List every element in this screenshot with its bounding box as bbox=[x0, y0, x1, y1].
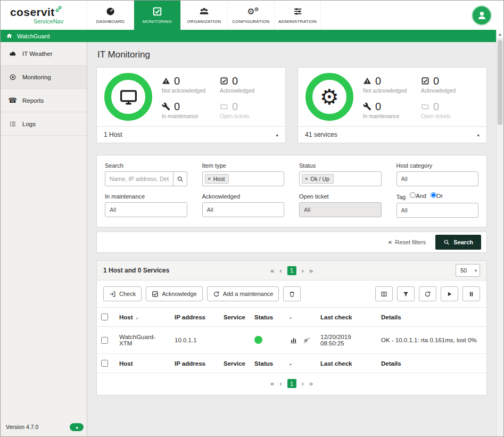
phone-icon: ☎ bbox=[9, 97, 16, 104]
columns-icon bbox=[381, 291, 387, 298]
tag-and-radio[interactable] bbox=[410, 192, 416, 198]
pagination-first[interactable]: « bbox=[270, 267, 274, 275]
chart-icon[interactable] bbox=[290, 336, 298, 344]
pagination-page-1[interactable]: 1 bbox=[287, 379, 296, 388]
play-button[interactable] bbox=[441, 286, 458, 301]
page-size-select[interactable]: 50 ▾ bbox=[456, 264, 480, 277]
column-details[interactable]: Details bbox=[377, 354, 486, 373]
nav-organization[interactable]: ORGANIZATION bbox=[180, 1, 227, 30]
add-maintenance-button[interactable]: Add a maintenance bbox=[207, 286, 279, 301]
wrench-icon bbox=[363, 102, 371, 111]
column-status[interactable]: Status bbox=[250, 308, 285, 327]
stat-open-tickets: 0 Open tickets bbox=[220, 101, 278, 119]
row-checkbox[interactable] bbox=[101, 337, 108, 344]
table-footer-header-row: Host IP address Service Status - Last ch… bbox=[97, 354, 486, 373]
host-cell[interactable]: WatchGuard-XTM bbox=[115, 327, 170, 354]
filter-search: Search bbox=[105, 162, 187, 186]
check-button[interactable]: Check bbox=[103, 286, 142, 301]
user-avatar-button[interactable] bbox=[472, 5, 492, 26]
host-category-input[interactable] bbox=[396, 171, 479, 186]
column-service[interactable]: Service bbox=[219, 308, 250, 327]
refresh-button[interactable] bbox=[419, 286, 436, 301]
stat-value: 0 bbox=[174, 75, 180, 87]
scroll-up-arrow[interactable]: ▲ bbox=[497, 30, 503, 39]
sidebar-item-it-weather[interactable]: IT Weather bbox=[1, 42, 87, 65]
pagination-prev[interactable]: ‹ bbox=[279, 380, 282, 387]
filter-actions-bar: ✕ Reset filters Search bbox=[96, 232, 487, 253]
chip-remove-icon[interactable]: × bbox=[208, 176, 211, 182]
tag-label: Tag bbox=[396, 194, 406, 200]
column-status[interactable]: Status bbox=[250, 354, 285, 373]
check-square-icon bbox=[220, 77, 228, 85]
item-type-input[interactable]: × Host bbox=[202, 171, 285, 186]
nav-dashboard[interactable]: DASHBOARD bbox=[87, 1, 134, 30]
brand-name: coservit bbox=[10, 6, 55, 19]
sidebar-collapse-button[interactable]: ◂ bbox=[70, 423, 84, 431]
pagination-last[interactable]: » bbox=[309, 267, 313, 275]
acknowledge-button[interactable]: Acknowledge bbox=[146, 286, 202, 301]
tag-input[interactable] bbox=[396, 203, 479, 218]
acknowledged-input[interactable] bbox=[202, 202, 285, 217]
host-category-label: Host category bbox=[396, 162, 479, 169]
hosts-card-footer[interactable]: 1 Host ▴ bbox=[97, 126, 285, 143]
chip-remove-icon[interactable]: × bbox=[305, 176, 308, 182]
column-details[interactable]: Details bbox=[377, 308, 486, 327]
target-icon bbox=[9, 73, 16, 81]
scrollbar[interactable]: ▲ bbox=[496, 30, 503, 436]
brand-name-row: coservit bbox=[10, 6, 87, 19]
column-last-check[interactable]: Last check bbox=[316, 354, 377, 373]
tag-or-radio[interactable] bbox=[431, 192, 436, 198]
nav-monitoring[interactable]: MONITORING bbox=[134, 1, 180, 30]
stat-in-maintenance: 0 In maintenance bbox=[363, 101, 421, 119]
mute-icon[interactable] bbox=[303, 336, 311, 344]
filter-button[interactable] bbox=[397, 286, 415, 301]
reset-filters-button[interactable]: ✕ Reset filters bbox=[388, 239, 426, 245]
status-input[interactable]: × Ok / Up bbox=[299, 171, 382, 186]
pagination-first[interactable]: « bbox=[270, 380, 274, 387]
column-last-check[interactable]: Last check bbox=[316, 308, 377, 327]
nav-administration[interactable]: ADMINISTRATION bbox=[274, 1, 321, 30]
pagination-next[interactable]: › bbox=[302, 267, 304, 275]
column-host[interactable]: Host bbox=[115, 354, 170, 373]
stat-acknowledged: 0 Acknowledged bbox=[421, 75, 479, 94]
home-icon[interactable] bbox=[6, 32, 13, 39]
stat-value: 0 bbox=[174, 101, 180, 113]
table-row[interactable]: WatchGuard-XTM 10.0.1.1 12/20/2019 08:50… bbox=[97, 327, 486, 354]
sidebar-it-weather-label: IT Weather bbox=[22, 51, 52, 57]
pagination-next[interactable]: › bbox=[302, 380, 304, 387]
tag-or-option[interactable]: Or bbox=[431, 192, 443, 199]
toolbar-left-group: Check Acknowledge Add a maintenance bbox=[103, 286, 301, 301]
refresh-icon bbox=[424, 291, 431, 298]
monitor-icon bbox=[119, 88, 138, 106]
pagination-page-1[interactable]: 1 bbox=[287, 266, 296, 275]
in-maintenance-input[interactable] bbox=[105, 202, 187, 217]
nav-configuration[interactable]: ⚙⚙ CONFIGURATION bbox=[227, 1, 274, 30]
columns-button[interactable] bbox=[375, 286, 393, 301]
pagination-last[interactable]: » bbox=[309, 380, 313, 387]
delete-button[interactable] bbox=[283, 286, 301, 301]
page-title: IT Monitoring bbox=[97, 50, 487, 60]
services-card-footer[interactable]: 41 services ▴ bbox=[298, 126, 486, 143]
search-input[interactable] bbox=[105, 171, 173, 186]
search-button[interactable]: Search bbox=[435, 235, 481, 250]
check-button-label: Check bbox=[119, 291, 136, 297]
select-all-checkbox[interactable] bbox=[101, 360, 108, 367]
sidebar-item-monitoring[interactable]: Monitoring bbox=[1, 65, 87, 89]
brand-logo[interactable]: coservit ServiceNav bbox=[1, 1, 87, 30]
pause-icon bbox=[468, 291, 475, 298]
pagination-prev[interactable]: ‹ bbox=[279, 267, 282, 275]
column-ip[interactable]: IP address bbox=[170, 308, 219, 327]
column-host[interactable]: Host▲ bbox=[115, 308, 170, 327]
scrollbar-thumb[interactable] bbox=[498, 40, 502, 125]
hosts-count-label: 1 Host bbox=[104, 131, 122, 138]
column-ip[interactable]: IP address bbox=[170, 354, 219, 373]
search-submit-button[interactable] bbox=[173, 171, 187, 186]
sidebar-item-logs[interactable]: Logs bbox=[1, 112, 87, 136]
folder-icon bbox=[421, 102, 429, 111]
warning-icon bbox=[162, 77, 170, 85]
pause-button[interactable] bbox=[462, 286, 480, 301]
tag-and-option[interactable]: And bbox=[410, 192, 426, 199]
select-all-checkbox[interactable] bbox=[101, 314, 108, 320]
sidebar-item-reports[interactable]: ☎ Reports bbox=[1, 89, 87, 112]
column-service[interactable]: Service bbox=[219, 354, 250, 373]
